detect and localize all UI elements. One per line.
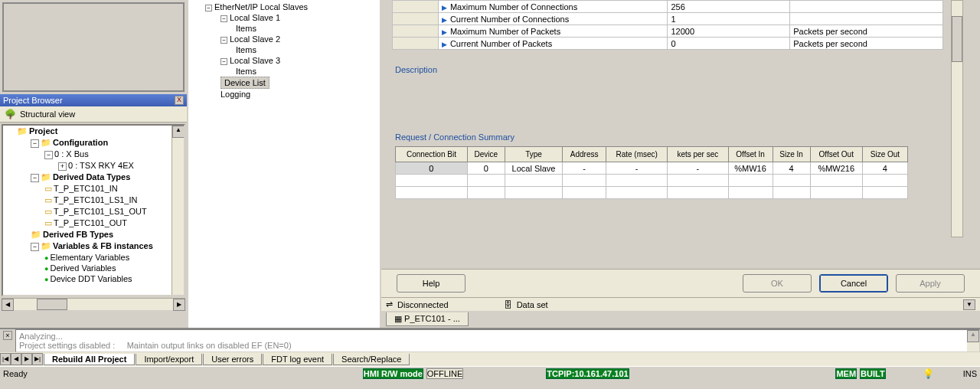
folder-icon: 📁 [31, 230, 41, 239]
tree-tsx[interactable]: +0 : TSX RKY 4EX [3, 160, 184, 172]
prop-row[interactable]: ▶Maximum Number of Connections256 [393, 1, 943, 13]
tab-user-errors[interactable]: User errors [203, 354, 262, 365]
scroll-up-icon[interactable]: ▲ [967, 330, 979, 342]
col-header[interactable]: Type [505, 147, 562, 162]
connection-status-bar: ⇌ Disconnected 🗄 Data set ▼ [381, 297, 980, 311]
vscrollbar[interactable] [951, 0, 963, 237]
col-header[interactable]: kets per sec [668, 147, 728, 162]
prop-row[interactable]: ▶Current Number of Packets0Packets per s… [393, 38, 943, 50]
tab-nav-next-icon[interactable]: ▶ [21, 353, 32, 365]
tree-item[interactable]: ▭T_P_ETC101_OUT [3, 217, 184, 229]
tree-item[interactable]: ▭T_P_ETC101_LS1_IN [3, 194, 184, 206]
apply-button[interactable]: Apply [896, 274, 965, 293]
project-browser-title: Project Browser [3, 96, 63, 105]
status-offline: OFFLINE [426, 368, 463, 379]
tree-ddt[interactable]: −📁Derived Data Types [3, 172, 184, 183]
properties-table: ▶Maximum Number of Connections256 ▶Curre… [392, 0, 943, 50]
output-line: Analyzing... [19, 332, 976, 341]
device-list-selected[interactable]: Device List [220, 77, 270, 89]
left-panel: Project Browser X 🌳 Structural view 📁Pro… [0, 0, 187, 328]
collapse-icon[interactable]: − [31, 243, 39, 251]
tab-nav-last-icon[interactable]: ▶| [32, 353, 43, 365]
close-output-icon[interactable]: × [3, 331, 12, 340]
dataset-icon: 🗄 [504, 300, 512, 309]
scroll-right-icon[interactable]: ▶ [173, 299, 185, 311]
tree-item[interactable]: ●Device DDT Variables [3, 273, 184, 284]
tab-nav-prev-icon[interactable]: ◀ [11, 353, 21, 365]
type-icon: ▭ [44, 184, 52, 193]
col-header[interactable]: Size In [773, 147, 810, 162]
col-header[interactable]: Size Out [862, 147, 907, 162]
collapse-icon[interactable]: − [220, 37, 227, 44]
tab-nav-first-icon[interactable]: |◀ [0, 353, 11, 365]
table-row[interactable]: 0 0 Local Slave - - - %MW16 4 %MW216 4 [396, 162, 908, 175]
col-header[interactable]: Address [563, 147, 606, 162]
ok-button[interactable]: OK [743, 274, 812, 293]
tree-item[interactable]: ▭T_P_ETC101_IN [3, 183, 184, 194]
document-tab[interactable]: ▦ P_ETC101 - ... [386, 312, 469, 326]
collapse-icon[interactable]: − [220, 58, 227, 65]
tab-rebuild[interactable]: Rebuild All Project [44, 354, 135, 365]
collapse-icon[interactable]: − [205, 5, 212, 11]
tree-vars[interactable]: −📁Variables & FB instances [3, 240, 184, 252]
scroll-thumb[interactable] [952, 16, 962, 62]
tab-fdt-log[interactable]: FDT log event [263, 354, 332, 365]
description-label: Description [395, 65, 977, 74]
tree-dfb[interactable]: 📁Derived FB Types [3, 229, 184, 240]
project-tree[interactable]: 📁Project −📁Configuration −0 : X Bus +0 :… [2, 124, 185, 296]
var-icon: ● [44, 265, 48, 273]
col-header[interactable]: Offset In [728, 147, 773, 162]
status-ins: INS [963, 369, 977, 378]
tab-import-export[interactable]: Import/export [136, 354, 202, 365]
right-panel: ▶Maximum Number of Connections256 ▶Curre… [381, 0, 980, 328]
col-header[interactable]: Device [467, 147, 505, 162]
output-text[interactable]: Analyzing... Project settings disabled :… [15, 329, 980, 352]
tree-item[interactable]: ●Elementary Variables [3, 252, 184, 263]
slave-items[interactable]: Items [190, 66, 378, 77]
tree-xbus[interactable]: −0 : X Bus [3, 149, 184, 160]
table-row[interactable] [396, 175, 908, 187]
tree-config[interactable]: −📁Configuration [3, 137, 184, 149]
local-slave-2[interactable]: −Local Slave 2 [190, 34, 378, 44]
collapse-icon[interactable]: − [220, 15, 227, 22]
tree-item[interactable]: ●Derived Variables [3, 263, 184, 273]
local-slave-3[interactable]: −Local Slave 3 [190, 55, 378, 66]
tree-project[interactable]: 📁Project [3, 126, 184, 137]
collapse-icon[interactable]: − [44, 151, 53, 159]
help-button[interactable]: Help [397, 274, 466, 293]
local-slave-1[interactable]: −Local Slave 1 [190, 12, 378, 23]
slave-items[interactable]: Items [190, 44, 378, 55]
var-icon: ● [44, 254, 48, 262]
tab-search-replace[interactable]: Search/Replace [333, 354, 410, 365]
col-header[interactable]: Offset Out [810, 147, 862, 162]
vscrollbar[interactable]: ▲ [967, 330, 979, 351]
scroll-up-icon[interactable]: ▲ [172, 126, 185, 138]
play-icon: ▶ [442, 16, 447, 24]
summary-table[interactable]: Connection Bit Device Type Address Rate … [395, 146, 908, 199]
scroll-thumb[interactable] [37, 299, 67, 310]
status-tcpip: TCPIP:10.161.47.101 [546, 368, 629, 379]
expand-icon[interactable]: + [58, 162, 67, 171]
pb-toolbar: 🌳 Structural view [0, 106, 187, 123]
project-browser-titlebar[interactable]: Project Browser X [0, 94, 187, 106]
slave-items[interactable]: Items [190, 23, 378, 34]
prop-row[interactable]: ▶Current Number of Connections1 [393, 13, 943, 25]
collapse-icon[interactable]: − [31, 174, 39, 182]
tree-item[interactable]: ▭T_P_ETC101_LS1_OUT [3, 206, 184, 217]
vscrollbar[interactable]: ▲ [172, 126, 184, 295]
close-icon[interactable]: X [175, 96, 184, 105]
play-icon: ▶ [442, 41, 447, 48]
device-tree-panel: −EtherNet/IP Local Slaves −Local Slave 1… [188, 0, 380, 328]
cancel-button[interactable]: Cancel [819, 274, 888, 293]
col-header[interactable]: Connection Bit [396, 147, 468, 162]
type-icon: ▭ [44, 207, 52, 216]
prop-row[interactable]: ▶Maximum Number of Packets12000Packets p… [393, 25, 943, 38]
logging-node[interactable]: Logging [190, 89, 378, 100]
hscrollbar[interactable]: ◀ ▶ [2, 298, 185, 310]
enip-root[interactable]: −EtherNet/IP Local Slaves [190, 2, 378, 12]
dropdown-icon[interactable]: ▼ [963, 299, 975, 310]
scroll-left-icon[interactable]: ◀ [2, 299, 14, 311]
collapse-icon[interactable]: − [31, 139, 39, 148]
table-row[interactable] [396, 187, 908, 199]
col-header[interactable]: Rate (msec) [606, 147, 668, 162]
